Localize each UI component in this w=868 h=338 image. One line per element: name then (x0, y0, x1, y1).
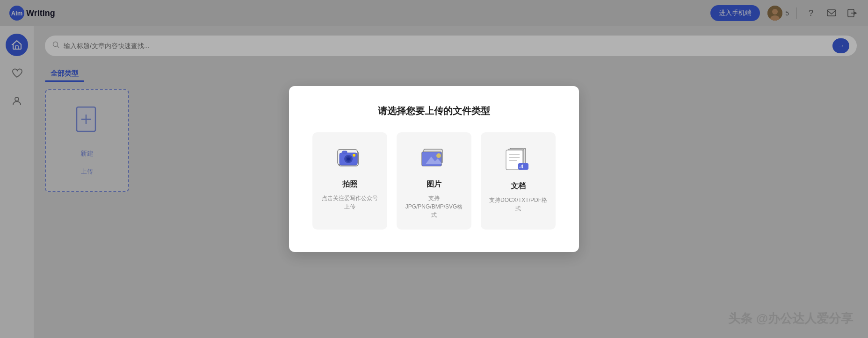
image-icon (421, 146, 447, 173)
svg-point-25 (436, 153, 441, 158)
document-option-desc: 支持DOCX/TXT/PDF格式 (489, 196, 547, 213)
modal-options: 拍照 点击关注爱写作公众号上传 (311, 132, 557, 230)
image-option-title: 图片 (427, 180, 441, 189)
camera-icon (337, 146, 363, 173)
svg-text:-4: -4 (519, 164, 523, 169)
image-option-desc: 支持JPG/PNG/BMP/SVG格式 (405, 194, 463, 219)
modal-title: 请选择您要上传的文件类型 (311, 105, 557, 117)
photo-option-title: 拍照 (342, 180, 357, 189)
document-option-title: 文档 (511, 181, 526, 191)
modal-option-photo[interactable]: 拍照 点击关注爱写作公众号上传 (312, 132, 387, 230)
modal-option-image[interactable]: 图片 支持JPG/PNG/BMP/SVG格式 (397, 132, 471, 230)
modal-option-document[interactable]: -4 文档 支持DOCX/TXT/PDF格式 (481, 132, 556, 230)
document-icon: -4 (505, 146, 531, 175)
photo-option-desc: 点击关注爱写作公众号上传 (321, 194, 379, 211)
overlay[interactable]: 请选择您要上传的文件类型 (0, 0, 868, 338)
svg-rect-19 (342, 151, 347, 153)
modal: 请选择您要上传的文件类型 (289, 86, 579, 252)
svg-point-18 (347, 158, 350, 160)
svg-point-20 (353, 154, 355, 157)
